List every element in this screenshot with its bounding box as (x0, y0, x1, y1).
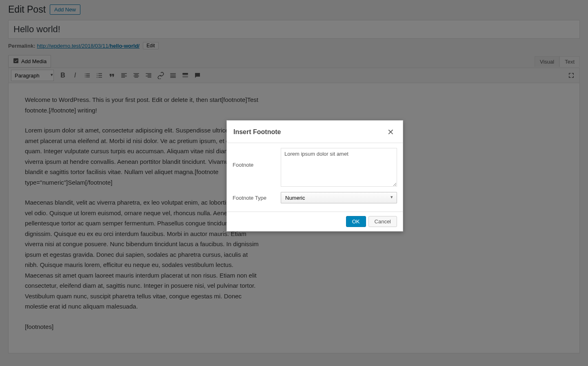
footnote-textarea[interactable] (281, 148, 397, 187)
insert-footnote-modal: Insert Footnote ✕ Footnote Footnote Type… (226, 120, 403, 232)
close-icon[interactable]: ✕ (385, 126, 396, 138)
modal-header: Insert Footnote ✕ (227, 121, 403, 143)
cancel-button[interactable]: Cancel (368, 216, 397, 227)
footnote-field-label: Footnote (233, 148, 281, 168)
modal-body: Footnote Footnote Type Numeric (227, 143, 403, 212)
footnote-type-label: Footnote Type (233, 195, 281, 201)
modal-footer: OK Cancel (227, 212, 403, 231)
modal-title: Insert Footnote (233, 128, 281, 136)
ok-button[interactable]: OK (346, 216, 366, 227)
footnote-type-select[interactable]: Numeric (281, 192, 397, 203)
